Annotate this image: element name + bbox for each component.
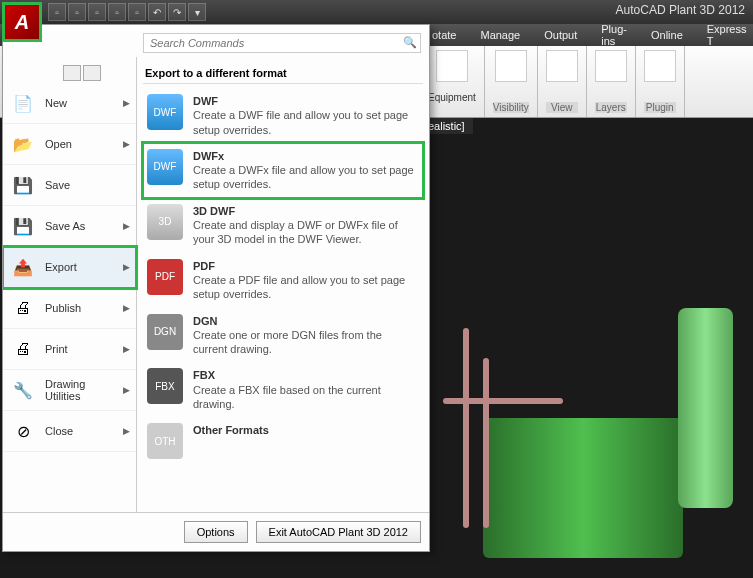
open-icon	[9, 132, 37, 156]
qat-saveas-button[interactable]: ▫	[108, 3, 126, 21]
export-dgn-icon: DGN	[147, 314, 183, 350]
export-item-pdf[interactable]: PDFPDFCreate a PDF file and allow you to…	[143, 253, 423, 308]
search-input[interactable]	[143, 33, 421, 53]
export-item-dwfx[interactable]: DWFDWFxCreate a DWFx file and allow you …	[143, 143, 423, 198]
ribbon-panel-title: Layers	[595, 102, 627, 113]
title-bar: ▫▫▫▫▫↶↷▾ AutoCAD Plant 3D 2012	[0, 0, 753, 24]
qat-new-button[interactable]: ▫	[48, 3, 66, 21]
new-icon	[9, 91, 37, 115]
ribbon-panel: Visibility	[485, 46, 538, 117]
export-item-text: PDFCreate a PDF file and allow you to se…	[193, 259, 419, 302]
export-dwf-icon: DWF	[147, 94, 183, 130]
application-menu: 🔍 New▶Open▶SaveSave As▶Export▶Publish▶Pr…	[2, 24, 430, 552]
export-item-desc: Create a DWF file and allow you to set p…	[193, 109, 408, 135]
menu-item-label: Save	[45, 179, 130, 191]
submenu-arrow-icon: ▶	[123, 98, 130, 108]
export-other formats-icon: OTH	[147, 423, 183, 459]
export-item-desc: Create a PDF file and allow you to set p…	[193, 274, 405, 300]
menu-item-label: Export	[45, 261, 123, 273]
export-item-text: 3D DWFCreate and display a DWF or DWFx f…	[193, 204, 419, 247]
recent-doc-toggle	[63, 65, 101, 81]
export-item-dwf[interactable]: DWFDWFCreate a DWF file and allow you to…	[143, 88, 423, 143]
submenu-arrow-icon: ▶	[123, 262, 130, 272]
menu-item-label: Publish	[45, 302, 123, 314]
quick-access-toolbar: ▫▫▫▫▫↶↷▾	[48, 3, 206, 21]
menu-item-print[interactable]: Print▶	[3, 329, 136, 370]
recent-small-icon[interactable]	[63, 65, 81, 81]
application-menu-button[interactable]	[2, 2, 42, 42]
menu-item-label: Close	[45, 425, 123, 437]
menu-item-publish[interactable]: Publish▶	[3, 288, 136, 329]
submenu-arrow-icon: ▶	[123, 344, 130, 354]
app-menu-right: Export to a different format DWFDWFCreat…	[137, 57, 429, 512]
qat-print-button[interactable]: ▫	[128, 3, 146, 21]
menu-item-label: Print	[45, 343, 123, 355]
submenu-arrow-icon: ▶	[123, 303, 130, 313]
qat-open-button[interactable]: ▫	[68, 3, 86, 21]
search-icon: 🔍	[403, 36, 417, 49]
export-item-other-formats[interactable]: OTHOther Formats	[143, 417, 423, 465]
util-icon	[9, 378, 37, 402]
ribbon-panel-icon[interactable]	[495, 50, 527, 82]
export-item-text: DWFCreate a DWF file and allow you to se…	[193, 94, 419, 137]
saveas-icon	[9, 214, 37, 238]
export-item-3d-dwf[interactable]: 3D 3D DWFCreate and display a DWF or DWF…	[143, 198, 423, 253]
ribbon-tab[interactable]: Output	[532, 26, 589, 44]
ribbon-panel-icon[interactable]	[436, 50, 468, 82]
export-item-desc: Create a FBX file based on the current d…	[193, 384, 381, 410]
ribbon-panel-title: View	[546, 102, 578, 113]
menu-item-label: Save As	[45, 220, 123, 232]
export-item-title: Other Formats	[193, 423, 269, 437]
menu-item-label: Drawing Utilities	[45, 378, 123, 402]
export-item-fbx[interactable]: FBXFBXCreate a FBX file based on the cur…	[143, 362, 423, 417]
ribbon-panel-icon[interactable]	[595, 50, 627, 82]
menu-item-close[interactable]: Close▶	[3, 411, 136, 452]
menu-item-label: Open	[45, 138, 123, 150]
ribbon-tab[interactable]: Express T	[695, 20, 753, 50]
menu-item-new[interactable]: New▶	[3, 83, 136, 124]
export-item-desc: Create a DWFx file and allow you to set …	[193, 164, 414, 190]
qat-save-button[interactable]: ▫	[88, 3, 106, 21]
export-icon	[9, 255, 37, 279]
menu-item-save-as[interactable]: Save As▶	[3, 206, 136, 247]
app-menu-left: New▶Open▶SaveSave As▶Export▶Publish▶Prin…	[3, 57, 137, 512]
ribbon-panel: Plugin	[636, 46, 685, 117]
ribbon-tab[interactable]: Online	[639, 26, 695, 44]
export-item-title: DWFx	[193, 149, 419, 163]
qat-more-button[interactable]: ▾	[188, 3, 206, 21]
export-item-title: DWF	[193, 94, 419, 108]
submenu-arrow-icon: ▶	[123, 426, 130, 436]
menu-item-label: New	[45, 97, 123, 109]
export-item-title: FBX	[193, 368, 419, 382]
options-button[interactable]: Options	[184, 521, 248, 543]
qat-redo-button[interactable]: ↷	[168, 3, 186, 21]
ribbon-panel: Layers	[587, 46, 636, 117]
recent-large-icon[interactable]	[83, 65, 101, 81]
menu-item-open[interactable]: Open▶	[3, 124, 136, 165]
ribbon-panel-icon[interactable]	[644, 50, 676, 82]
submenu-arrow-icon: ▶	[123, 385, 130, 395]
export-item-title: 3D DWF	[193, 204, 419, 218]
ribbon-panel-icon[interactable]	[546, 50, 578, 82]
close-icon	[9, 419, 37, 443]
save-icon	[9, 173, 37, 197]
exit-button[interactable]: Exit AutoCAD Plant 3D 2012	[256, 521, 421, 543]
ribbon-panel: View	[538, 46, 587, 117]
export-dwfx-icon: DWF	[147, 149, 183, 185]
menu-item-save[interactable]: Save	[3, 165, 136, 206]
ribbon-panel-title: Plugin	[644, 102, 676, 113]
submenu-arrow-icon: ▶	[123, 221, 130, 231]
print-icon	[9, 337, 37, 361]
export-item-text: FBXCreate a FBX file based on the curren…	[193, 368, 419, 411]
export-item-text: DGNCreate one or more DGN files from the…	[193, 314, 419, 357]
ribbon-panel-label: Equipment	[428, 92, 476, 103]
menu-item-drawing-utilities[interactable]: Drawing Utilities▶	[3, 370, 136, 411]
3d-model	[403, 298, 743, 558]
ribbon-tab[interactable]: Manage	[468, 26, 532, 44]
qat-undo-button[interactable]: ↶	[148, 3, 166, 21]
menu-item-export[interactable]: Export▶	[3, 247, 136, 288]
submenu-arrow-icon: ▶	[123, 139, 130, 149]
publish-icon	[9, 296, 37, 320]
search-commands: 🔍	[143, 33, 421, 53]
export-item-dgn[interactable]: DGNDGNCreate one or more DGN files from …	[143, 308, 423, 363]
